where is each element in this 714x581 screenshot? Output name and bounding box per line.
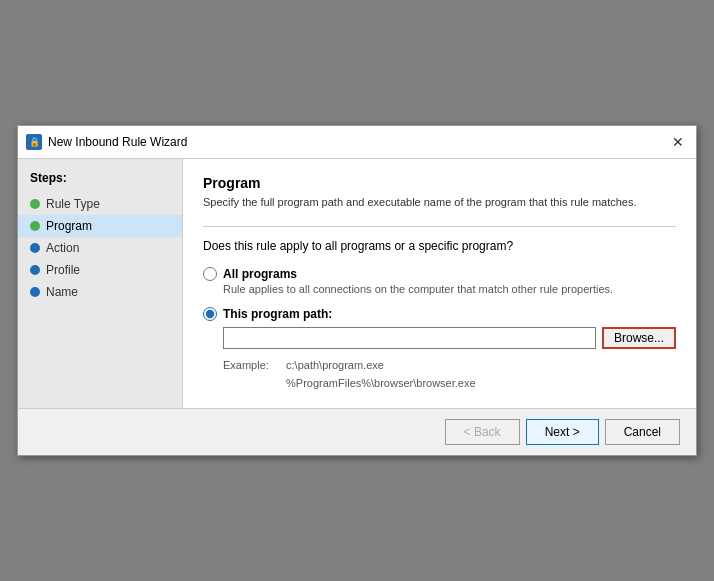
step-dot-program — [30, 221, 40, 231]
main-panel: Program Specify the full program path an… — [183, 159, 696, 409]
sidebar-label-name: Name — [46, 285, 78, 299]
sidebar-label-profile: Profile — [46, 263, 80, 277]
label-this-program[interactable]: This program path: — [223, 307, 332, 321]
main-title: Program — [203, 175, 676, 191]
example-line-1: c:\path\program.exe — [286, 359, 384, 371]
sidebar: Steps: Rule Type Program Action Profile … — [18, 159, 183, 409]
bottom-bar: < Back Next > Cancel — [18, 408, 696, 455]
sidebar-item-rule-type[interactable]: Rule Type — [18, 193, 182, 215]
question-text: Does this rule apply to all programs or … — [203, 239, 676, 253]
wizard-content: Steps: Rule Type Program Action Profile … — [18, 159, 696, 409]
close-button[interactable]: ✕ — [668, 132, 688, 152]
sidebar-item-name[interactable]: Name — [18, 281, 182, 303]
radio-all-programs[interactable] — [203, 267, 217, 281]
option-this-program: This program path: Browse... Example: c:… — [203, 307, 676, 392]
radio-group: All programs Rule applies to all connect… — [203, 267, 676, 392]
window-title: New Inbound Rule Wizard — [48, 135, 187, 149]
sidebar-item-profile[interactable]: Profile — [18, 259, 182, 281]
back-button[interactable]: < Back — [445, 419, 520, 445]
label-all-programs[interactable]: All programs — [223, 267, 297, 281]
window-icon: 🔒 — [26, 134, 42, 150]
path-input[interactable] — [223, 327, 596, 349]
divider — [203, 226, 676, 227]
option-all-programs: All programs Rule applies to all connect… — [203, 267, 676, 295]
step-dot-profile — [30, 265, 40, 275]
step-dot-rule-type — [30, 199, 40, 209]
desc-all-programs: Rule applies to all connections on the c… — [223, 283, 676, 295]
step-dot-name — [30, 287, 40, 297]
sidebar-label-rule-type: Rule Type — [46, 197, 100, 211]
step-dot-action — [30, 243, 40, 253]
sidebar-label-program: Program — [46, 219, 92, 233]
sidebar-label-action: Action — [46, 241, 79, 255]
main-subtitle: Specify the full program path and execut… — [203, 195, 676, 210]
main-header: Program Specify the full program path an… — [203, 175, 676, 210]
next-button[interactable]: Next > — [526, 419, 599, 445]
title-bar: 🔒 New Inbound Rule Wizard ✕ — [18, 126, 696, 159]
sidebar-title: Steps: — [18, 171, 182, 193]
cancel-button[interactable]: Cancel — [605, 419, 680, 445]
example-label: Example: — [223, 357, 283, 375]
browse-button[interactable]: Browse... — [602, 327, 676, 349]
radio-this-program[interactable] — [203, 307, 217, 321]
path-row: Browse... — [223, 327, 676, 349]
example-text: Example: c:\path\program.exe %ProgramFil… — [223, 357, 676, 392]
wizard-window: 🔒 New Inbound Rule Wizard ✕ Steps: Rule … — [17, 125, 697, 457]
example-line-2: %ProgramFiles%\browser\browser.exe — [286, 377, 476, 389]
sidebar-item-action[interactable]: Action — [18, 237, 182, 259]
sidebar-item-program[interactable]: Program — [18, 215, 182, 237]
